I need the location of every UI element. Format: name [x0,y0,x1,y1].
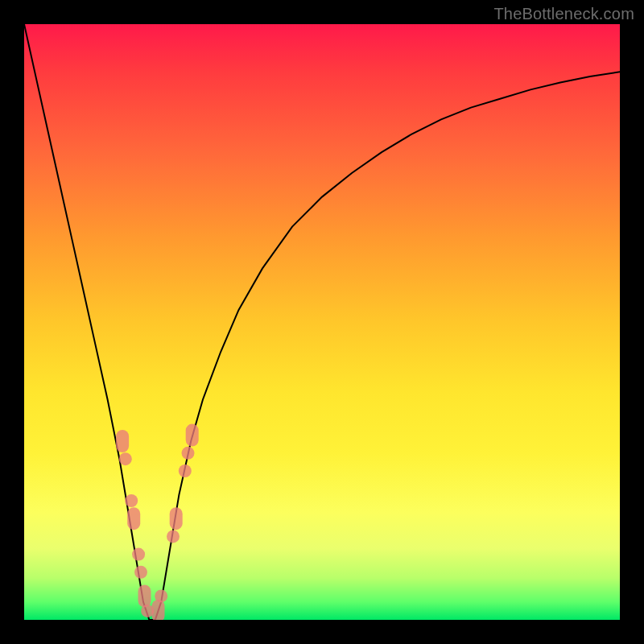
marker-dot [125,494,138,507]
marker-pill [138,584,151,607]
marker-pill [170,507,183,530]
marker-dot [155,589,167,602]
marker-cluster-left [116,430,154,617]
plot-area [24,24,620,620]
bottleneck-curve [24,24,620,620]
marker-pill [186,424,199,447]
marker-dot [119,452,132,465]
chart-frame: TheBottleneck.com [0,0,644,644]
marker-pill [116,430,129,452]
curve-svg [24,24,620,620]
marker-dot [179,464,192,477]
marker-dot [167,530,180,543]
marker-cluster-right [152,424,199,620]
marker-pill [152,600,165,620]
marker-pill [127,507,140,530]
watermark-text: TheBottleneck.com [493,5,634,23]
marker-dot [134,566,147,579]
marker-dot [132,548,145,561]
marker-dot [182,447,195,460]
